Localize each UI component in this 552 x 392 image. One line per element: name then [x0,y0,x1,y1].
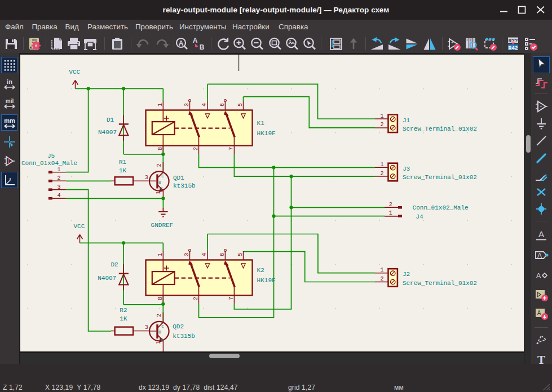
svg-text:J1: J1 [403,117,410,124]
svg-text:D2: D2 [111,261,118,268]
svg-text:in: in [7,78,12,85]
svg-text:3: 3 [57,184,60,190]
svg-text:VCC: VCC [74,223,85,230]
svg-text:J2: J2 [403,271,410,278]
svg-text:A: A [537,310,541,316]
svg-text:J5: J5 [47,153,55,159]
svg-text:Conn_01x04_Male: Conn_01x04_Male [21,160,77,167]
svg-text:+: + [451,40,454,45]
svg-text:+: + [540,104,542,109]
svg-text:2: 2 [389,202,392,208]
svg-text:K1: K1 [257,120,265,127]
svg-text:A: A [193,37,198,44]
svg-text:mil: mil [6,98,14,104]
svg-text:mm: mm [4,117,15,124]
svg-text:2: 2 [57,175,60,181]
svg-text:4: 4 [57,193,60,199]
svg-text:kt315b: kt315b [173,333,195,340]
svg-text:HK19F: HK19F [257,277,276,284]
svg-text:1K: 1K [120,315,127,322]
svg-text:B: B [200,43,205,51]
svg-text:A: A [179,39,184,47]
svg-text:Screw_Terminal_01x02: Screw_Terminal_01x02 [403,280,477,287]
svg-text:R42: R42 [508,45,518,51]
svg-text:GNDREF: GNDREF [151,222,174,229]
svg-text:HK19F: HK19F [257,130,276,137]
svg-text:N4007: N4007 [98,275,116,282]
svg-text:Screw_Terminal_01x02: Screw_Terminal_01x02 [403,174,477,181]
svg-text:A: A [536,271,541,280]
svg-text:QD2: QD2 [173,323,184,330]
svg-text:A: A [537,252,542,260]
svg-text:1: 1 [57,167,60,173]
svg-text:VCC: VCC [69,69,80,75]
svg-text:1: 1 [389,210,392,216]
svg-text:R2: R2 [120,307,127,314]
svg-text:A: A [538,229,544,239]
svg-text:J4: J4 [416,213,423,220]
svg-text:N4007: N4007 [98,129,117,136]
svg-text:K2: K2 [257,267,264,274]
svg-text:kt315b: kt315b [173,182,196,189]
svg-text:QD1: QD1 [173,175,184,181]
svg-text:R1: R1 [119,159,127,166]
svg-text:1K: 1K [119,167,127,174]
svg-text:J3: J3 [403,166,410,172]
svg-text:Conn_01x02_Male: Conn_01x02_Male [413,204,469,211]
svg-text:Screw_Terminal_01x02: Screw_Terminal_01x02 [403,126,477,132]
svg-text:D1: D1 [107,117,114,123]
